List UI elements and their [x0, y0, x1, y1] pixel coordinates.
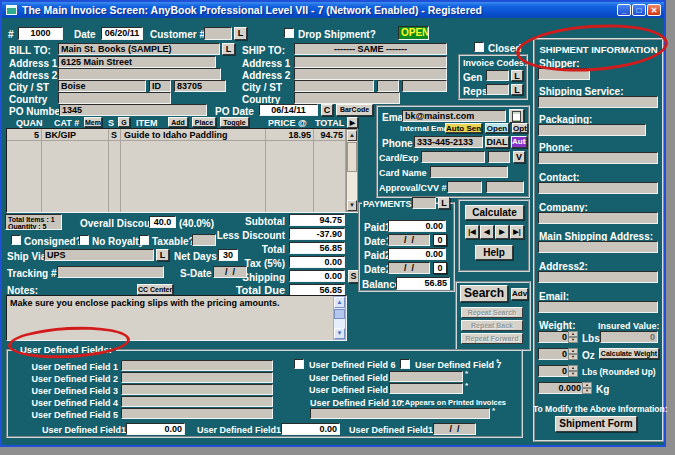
packaging-field[interactable]	[538, 124, 646, 136]
g-button[interactable]: G	[118, 117, 130, 127]
close-button[interactable]: ✕	[647, 4, 661, 16]
udf6-checkbox[interactable]	[294, 359, 304, 369]
customer-field[interactable]	[204, 27, 232, 40]
notes-textarea[interactable]: Make sure you enclose packing slips with…	[6, 295, 347, 341]
scroll-thumb[interactable]	[347, 142, 357, 172]
udf3-field[interactable]	[121, 384, 273, 395]
scroll-up-icon[interactable]: ▲	[334, 297, 345, 308]
udf5-field[interactable]	[121, 408, 273, 419]
shipment-email-field[interactable]	[538, 301, 658, 313]
ship-via-field[interactable]: UPS	[44, 249, 154, 261]
udf4-field[interactable]	[121, 396, 273, 407]
phone-field[interactable]: 333-445-2133	[414, 136, 483, 148]
shipper-field[interactable]	[538, 68, 590, 80]
payments-code-field[interactable]	[412, 197, 436, 209]
opt-button[interactable]: Opt	[512, 123, 528, 133]
ship-via-lookup-button[interactable]: L	[156, 249, 169, 261]
udf13-field[interactable]: / /	[433, 423, 476, 435]
udf11-field[interactable]: 0.00	[126, 423, 185, 435]
tax-field[interactable]: 0.00	[289, 256, 345, 268]
udf9-field[interactable]	[389, 383, 463, 394]
scroll-thumb[interactable]	[334, 309, 345, 319]
shipto-name-field[interactable]: ------- SAME -------	[294, 43, 447, 55]
repeat-forward-button[interactable]: Repeat Forward	[461, 333, 523, 344]
sdate-field[interactable]: / /	[213, 266, 247, 278]
notes-scrollbar[interactable]: ▲ ▼	[333, 296, 346, 340]
closed-checkbox[interactable]	[474, 42, 484, 52]
taxable-checkbox[interactable]	[139, 235, 149, 245]
shipping-service-field[interactable]	[538, 96, 658, 108]
cc-center-button[interactable]: CC Center	[137, 284, 173, 295]
email-field[interactable]: bk@mainst.com	[402, 110, 506, 122]
dial-button[interactable]: DIAL	[485, 136, 509, 148]
shipto-city-field[interactable]	[294, 80, 374, 92]
billto-lookup-button[interactable]: L	[222, 43, 235, 55]
shipto-zip-field[interactable]	[402, 80, 447, 92]
grid-scrollbar[interactable]: ▲ ▼	[346, 129, 358, 212]
no-royalty-checkbox[interactable]	[79, 235, 89, 245]
scroll-down-icon[interactable]: ▼	[334, 328, 345, 339]
nav-last-button[interactable]: ▶|	[510, 225, 524, 239]
repeat-back-button[interactable]: Repeat Back	[461, 320, 523, 331]
po-number-field[interactable]: 1345	[59, 104, 207, 116]
udf1-field[interactable]	[121, 360, 273, 371]
reps-field[interactable]	[486, 84, 509, 95]
approval-field[interactable]	[447, 181, 482, 193]
paid1-field[interactable]: 0.00	[388, 220, 446, 232]
company-field[interactable]	[538, 212, 658, 224]
search-button[interactable]: Search	[460, 285, 508, 302]
weight-kg-stepper[interactable]: 0.000 ▲ ▼	[538, 382, 592, 394]
table-row[interactable]: 5 BK/GIP S Guide to Idaho Paddling 18.95…	[7, 129, 345, 141]
shipto-state-field[interactable]	[377, 80, 399, 92]
weight-oz-stepper[interactable]: 0 ▲ ▼	[538, 348, 578, 360]
stepper-down-icon[interactable]: ▼	[582, 388, 592, 394]
minimize-button[interactable]: _	[617, 4, 631, 16]
paid2-field[interactable]: 0.00	[388, 248, 446, 260]
reps-lookup-button[interactable]: L	[511, 84, 523, 95]
stepper-down-icon[interactable]: ▼	[568, 371, 578, 377]
udf8-field[interactable]	[389, 371, 463, 382]
scroll-up-icon[interactable]: ▲	[347, 130, 357, 141]
contact-field[interactable]	[538, 182, 658, 194]
shipto-country-field[interactable]	[294, 92, 400, 104]
taxable-field[interactable]	[192, 234, 216, 246]
gen-lookup-button[interactable]: L	[511, 70, 523, 81]
add-button[interactable]: Add	[168, 117, 188, 127]
weight-lbs-rounded-stepper[interactable]: 0 ▲ ▼	[538, 365, 578, 377]
grid-more-icon[interactable]: ▶	[347, 117, 358, 128]
help-button[interactable]: Help	[475, 245, 513, 260]
net-days-field[interactable]: 30	[218, 249, 238, 261]
shipping-field[interactable]: 0.00	[289, 270, 345, 282]
address2-field[interactable]	[538, 271, 658, 283]
stepper-down-icon[interactable]: ▼	[568, 354, 578, 360]
payments-lookup-button[interactable]: L	[438, 197, 450, 209]
nav-prev-button[interactable]: ◀	[480, 225, 494, 239]
line-items-grid[interactable]: 5 BK/GIP S Guide to Idaho Paddling 18.95…	[6, 128, 358, 213]
email-send-button[interactable]	[509, 109, 524, 123]
udf7-checkbox[interactable]	[400, 359, 410, 369]
card-v-button[interactable]: V	[513, 151, 525, 163]
overall-discount-field[interactable]: 40.0	[149, 216, 176, 228]
barcode-button[interactable]: BarCode	[336, 104, 373, 116]
nav-next-button[interactable]: ▶	[495, 225, 509, 239]
nav-first-button[interactable]: |◀	[465, 225, 479, 239]
place-button[interactable]: Place	[192, 117, 216, 127]
repeat-search-button[interactable]: Repeat Search	[461, 307, 523, 318]
calendar-button[interactable]: C	[321, 104, 333, 116]
card-exp-field[interactable]	[488, 151, 510, 163]
title-bar[interactable]: The Main Invoice Screen: AnyBook Profess…	[2, 2, 664, 18]
card-name-field[interactable]	[430, 166, 508, 178]
tracking-field[interactable]	[57, 266, 164, 278]
consigned-checkbox[interactable]	[11, 235, 21, 245]
date2-field[interactable]: / /	[388, 262, 430, 274]
udf10-field[interactable]	[310, 408, 490, 419]
date2-zero-button[interactable]: 0	[433, 262, 447, 274]
udf2-field[interactable]	[121, 372, 273, 383]
billto-state-field[interactable]: ID	[149, 80, 171, 92]
shipment-phone-field[interactable]	[538, 152, 658, 164]
date1-zero-button[interactable]: 0	[433, 234, 447, 246]
shipto-addr1-field[interactable]	[294, 56, 447, 68]
po-date-field[interactable]: 06/14/11	[259, 104, 318, 116]
customer-lookup-button[interactable]: L	[234, 27, 247, 40]
auto-send-button[interactable]: Auto Send	[445, 123, 482, 133]
